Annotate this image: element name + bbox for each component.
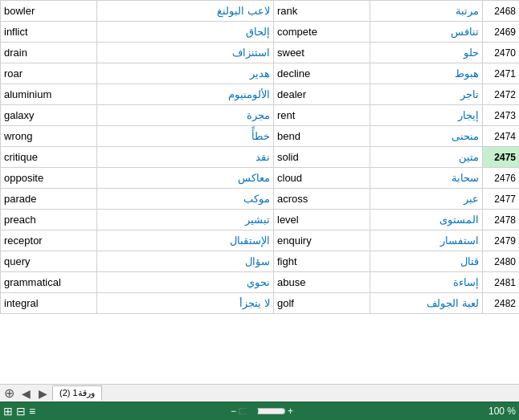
arabic-translation[interactable]: سؤال xyxy=(97,251,274,272)
arabic-translation-2[interactable]: تنافس xyxy=(370,22,483,43)
english-word[interactable]: receptor xyxy=(1,230,97,251)
english-word[interactable]: preach xyxy=(1,210,97,230)
arabic-translation-2[interactable]: سحابة xyxy=(370,168,483,189)
english-word-2[interactable]: enquiry xyxy=(274,230,370,251)
sheet-tab[interactable]: ورقة1 (2) xyxy=(52,385,102,401)
english-word-2[interactable]: across xyxy=(274,189,370,210)
table-row[interactable]: inflictإلحاقcompeteتنافس2469 xyxy=(1,22,520,43)
arabic-translation-2[interactable]: عبر xyxy=(370,189,483,210)
row-number: 2479 xyxy=(483,230,520,251)
arabic-translation-2[interactable]: المستوى xyxy=(370,210,483,230)
table-row[interactable]: oppositeمعاكسcloudسحابة2476 xyxy=(1,168,520,189)
english-word-2[interactable]: solid xyxy=(274,147,370,168)
english-word[interactable]: roar xyxy=(1,63,97,84)
arabic-translation[interactable]: خطأً xyxy=(97,126,274,147)
row-number: 2478 xyxy=(483,210,520,230)
arabic-translation[interactable]: تبشير xyxy=(97,210,274,230)
english-word-2[interactable]: sweet xyxy=(274,43,370,63)
arabic-translation[interactable]: لاعب البولنغ xyxy=(97,1,274,22)
row-number: 2469 xyxy=(483,22,520,43)
layout-icon[interactable]: ⊟ xyxy=(16,405,26,418)
english-word-2[interactable]: compete xyxy=(274,22,370,43)
arabic-translation-2[interactable]: هبوط xyxy=(370,63,483,84)
english-word-2[interactable]: cloud xyxy=(274,168,370,189)
english-word-2[interactable]: dealer xyxy=(274,84,370,105)
table-row[interactable]: aluminiumالألومنيومdealerتاجر2472 xyxy=(1,84,520,105)
row-number: 2468 xyxy=(483,1,520,22)
table-row[interactable]: drainاستنزافsweetحلو2470 xyxy=(1,43,520,63)
arabic-translation[interactable]: مجرة xyxy=(97,105,274,126)
row-number: 2470 xyxy=(483,43,520,63)
arabic-translation-2[interactable]: مرتبة xyxy=(370,1,483,22)
tab-nav-right[interactable]: ▶ xyxy=(35,386,51,401)
english-word-2[interactable]: decline xyxy=(274,63,370,84)
table-row[interactable]: critiqueنقدsolidمتين2475 xyxy=(1,147,520,168)
arabic-translation-2[interactable]: تاجر xyxy=(370,84,483,105)
row-number: 2480 xyxy=(483,251,520,272)
arabic-translation-2[interactable]: إيجار xyxy=(370,105,483,126)
arabic-translation-2[interactable]: متين xyxy=(370,147,483,168)
table-row[interactable]: bowlerلاعب البولنغrankمرتبة2468 xyxy=(1,1,520,22)
grid-icon[interactable]: ⊞ xyxy=(3,405,13,418)
english-word-2[interactable]: fight xyxy=(274,251,370,272)
zoom-minus[interactable]: − xyxy=(231,406,236,417)
english-word[interactable]: inflict xyxy=(1,22,97,43)
english-word[interactable]: aluminium xyxy=(1,84,97,105)
spreadsheet-area: bowlerلاعب البولنغrankمرتبة2468inflictإل… xyxy=(0,0,519,384)
table-row[interactable]: queryسؤالfightقتال2480 xyxy=(1,251,520,272)
english-word[interactable]: integral xyxy=(1,293,97,314)
english-word-2[interactable]: bend xyxy=(274,126,370,147)
row-number: 2477 xyxy=(483,189,520,210)
english-word[interactable]: critique xyxy=(1,147,97,168)
english-word[interactable]: opposite xyxy=(1,168,97,189)
english-word-2[interactable]: abuse xyxy=(274,272,370,293)
arabic-translation[interactable]: هدير xyxy=(97,63,274,84)
english-word[interactable]: galaxy xyxy=(1,105,97,126)
table-row[interactable]: galaxyمجرةrentإيجار2473 xyxy=(1,105,520,126)
row-number: 2475 xyxy=(483,147,520,168)
arabic-translation[interactable]: لا يتجزأ xyxy=(97,293,274,314)
zoom-level: 100 % xyxy=(488,406,516,417)
english-word[interactable]: bowler xyxy=(1,1,97,22)
table-row[interactable]: integralلا يتجزأgolfلعبة الجولف2482 xyxy=(1,293,520,314)
english-word-2[interactable]: rank xyxy=(274,1,370,22)
english-word[interactable]: wrong xyxy=(1,126,97,147)
row-number: 2474 xyxy=(483,126,520,147)
english-word[interactable]: query xyxy=(1,251,97,272)
table-row[interactable]: preachتبشيرlevelالمستوى2478 xyxy=(1,210,520,230)
page-icon[interactable]: ≡ xyxy=(29,405,35,418)
table-row[interactable]: wrongخطأًbendمنحنى2474 xyxy=(1,126,520,147)
table-row[interactable]: paradeموكبacrossعبر2477 xyxy=(1,189,520,210)
english-word-2[interactable]: rent xyxy=(274,105,370,126)
zoom-plus[interactable]: + xyxy=(288,406,293,417)
english-word[interactable]: drain xyxy=(1,43,97,63)
arabic-translation-2[interactable]: إساءة xyxy=(370,272,483,293)
data-table: bowlerلاعب البولنغrankمرتبة2468inflictإل… xyxy=(0,0,519,314)
table-row[interactable]: receptorالإستقبالenquiryاستفسار2479 xyxy=(1,230,520,251)
arabic-translation[interactable]: معاكس xyxy=(97,168,274,189)
row-number: 2472 xyxy=(483,84,520,105)
row-number: 2473 xyxy=(483,105,520,126)
arabic-translation[interactable]: موكب xyxy=(97,189,274,210)
row-number: 2471 xyxy=(483,63,520,84)
table-row[interactable]: roarهديرdeclineهبوط2471 xyxy=(1,63,520,84)
arabic-translation-2[interactable]: قتال xyxy=(370,251,483,272)
arabic-translation[interactable]: إلحاق xyxy=(97,22,274,43)
arabic-translation-2[interactable]: استفسار xyxy=(370,230,483,251)
arabic-translation[interactable]: استنزاف xyxy=(97,43,274,63)
english-word-2[interactable]: level xyxy=(274,210,370,230)
arabic-translation[interactable]: الألومنيوم xyxy=(97,84,274,105)
arabic-translation-2[interactable]: حلو xyxy=(370,43,483,63)
english-word[interactable]: parade xyxy=(1,189,97,210)
zoom-slider[interactable] xyxy=(238,405,286,418)
arabic-translation[interactable]: نحوي xyxy=(97,272,274,293)
arabic-translation-2[interactable]: منحنى xyxy=(370,126,483,147)
add-sheet-button[interactable]: ⊕ xyxy=(2,387,17,400)
arabic-translation-2[interactable]: لعبة الجولف xyxy=(370,293,483,314)
english-word-2[interactable]: golf xyxy=(274,293,370,314)
arabic-translation[interactable]: الإستقبال xyxy=(97,230,274,251)
table-row[interactable]: grammaticalنحويabuseإساءة2481 xyxy=(1,272,520,293)
tab-nav-left[interactable]: ◀ xyxy=(18,386,34,401)
arabic-translation[interactable]: نقد xyxy=(97,147,274,168)
english-word[interactable]: grammatical xyxy=(1,272,97,293)
